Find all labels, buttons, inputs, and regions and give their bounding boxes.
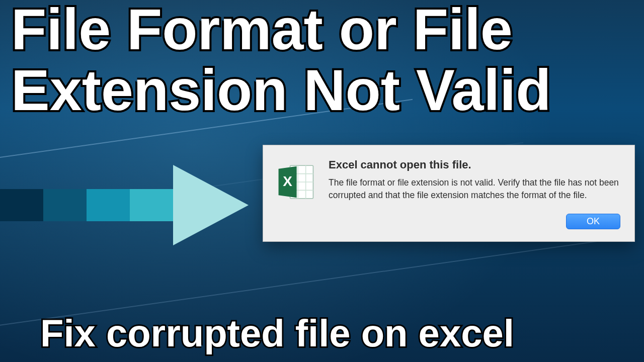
svg-text:X: X [283, 173, 292, 189]
headline-line1: File Format or File [11, 0, 513, 61]
dialog-title: Excel cannot open this file. [329, 158, 619, 171]
excel-icon: X [274, 158, 317, 203]
arrow-segment [0, 189, 43, 221]
sub-headline: Fix corrupted file on excel [40, 311, 634, 355]
headline-line2: Extension Not Valid [11, 58, 551, 122]
dialog-message-area: Excel cannot open this file. The file fo… [329, 158, 619, 202]
arrow-segment [130, 189, 173, 221]
arrow-head [173, 165, 249, 245]
error-dialog: X Excel cannot open this file. The file … [263, 145, 635, 242]
dialog-actions: OK [263, 214, 634, 241]
arrow-segment [87, 189, 130, 221]
ok-button[interactable]: OK [566, 214, 620, 229]
dialog-message: The file format or file extension is not… [329, 176, 619, 202]
arrow-tail [0, 189, 173, 221]
headline-text: File Format or File Extension Not Valid [11, 0, 633, 121]
arrow-icon [0, 165, 262, 245]
thumbnail-stage: File Format or File Extension Not Valid [0, 0, 644, 362]
arrow-segment [43, 189, 87, 221]
dialog-body: X Excel cannot open this file. The file … [263, 145, 634, 214]
